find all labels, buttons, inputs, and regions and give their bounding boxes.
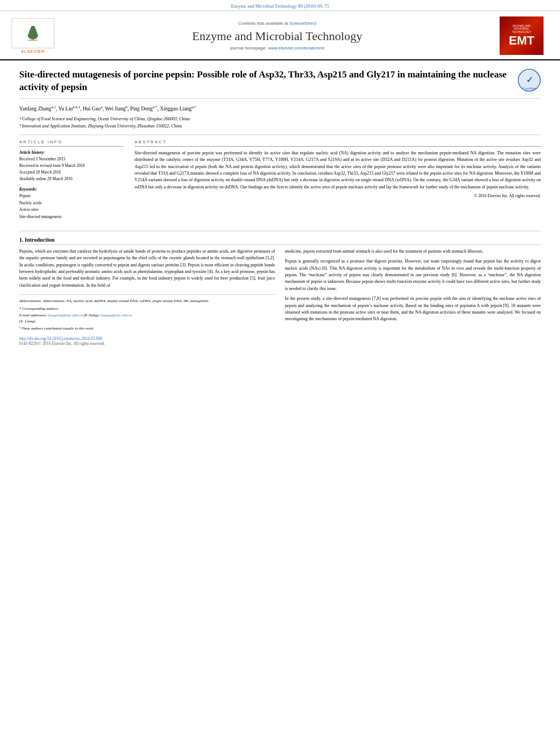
emt-logo-subtext: ENZYME ANDMICROBIALTECHNOLOGY	[512, 25, 531, 34]
svg-point-5	[31, 25, 35, 30]
article-history: Article history: Received 3 November 201…	[19, 150, 124, 182]
svg-rect-1	[29, 40, 38, 41]
article-content: Site-directed mutagenesis of porcine pep…	[0, 60, 560, 354]
emt-logo-text: EMT	[509, 35, 534, 47]
affiliations: ᵃ College of Food Science and Engineerin…	[19, 116, 541, 130]
elsevier-tree-icon	[23, 25, 43, 42]
abstract-panel: ABSTRACT Site-directed mutagenesis of po…	[135, 140, 541, 225]
crossmark-logo-icon: ✓ CrossMark	[518, 69, 541, 92]
abbreviations-note: Abbreviations: Abbreviations: NA, nuclei…	[19, 298, 275, 304]
journal-homepage: journal homepage: www.elsevier.com/locat…	[55, 46, 500, 51]
page-wrapper: Enzyme and Microbial Technology 89 (2016…	[0, 0, 560, 742]
elsevier-label-text: ELSEVIER	[21, 49, 45, 53]
abbreviations-label: Abbreviations:	[19, 299, 43, 303]
contents-line: Contents lists available at ScienceDirec…	[55, 21, 500, 26]
copyright-line: © 2016 Elsevier Inc. All rights reserved…	[135, 193, 541, 198]
sciencedirect-link[interactable]: ScienceDirect	[289, 21, 316, 26]
revised-text: Received in revised form 9 March 2016	[19, 163, 124, 169]
received-text: Received 3 November 2015	[19, 156, 124, 163]
history-label: Article history:	[19, 150, 124, 155]
journal-title: Enzyme and Microbial Technology	[55, 29, 500, 43]
doi-link[interactable]: http://dx.doi.org/10.1016/j.enzmictec.20…	[19, 336, 275, 341]
intro-para-medicine: medicine, pepsin extracted from animal s…	[285, 248, 541, 255]
journal-center: Contents lists available at ScienceDirec…	[55, 21, 500, 51]
homepage-link[interactable]: www.elsevier.com/locate/emt	[268, 46, 324, 51]
journal-citation-bar: Enzyme and Microbial Technology 89 (2016…	[0, 0, 560, 11]
contents-text: Contents lists available at	[238, 21, 288, 26]
body-section: 1. Introduction Pepsins, which are enzym…	[19, 237, 541, 346]
corresponding-note: * Corresponding authors.	[19, 306, 275, 312]
accepted-text: Accepted 28 March 2016	[19, 169, 124, 176]
authors-line: Yanfang Zhanga,1, Yu Liua,b,1, Hui Guoa,…	[19, 104, 541, 113]
email2-link[interactable]: liangxg@ouc.edu.cn	[100, 313, 132, 317]
email2-attribution: (X. Liang).	[19, 319, 275, 325]
equal-contrib-note: ¹ These authors contributed equally to t…	[19, 326, 275, 332]
intro-para-nuclease: Pepsin is generally recognized as a prot…	[285, 258, 541, 292]
email2-name: X. Liang	[20, 319, 33, 323]
intro-para-present-study: In the present study, a site-directed mu…	[285, 295, 541, 323]
intro-col-left: Pepsins, which are enzymes that catalyze…	[19, 248, 275, 346]
svg-text:✓: ✓	[526, 75, 533, 85]
article-info-title: ARTICLE INFO	[19, 140, 124, 147]
footnotes-area: Abbreviations: Abbreviations: NA, nuclei…	[19, 294, 275, 346]
keyword-site-directed: Site-directed mutagenesis	[19, 214, 124, 221]
issn-line: 0141-0229/© 2016 Elsevier Inc. All right…	[19, 341, 275, 346]
email-label: E-mail addresses:	[19, 313, 47, 317]
keywords-section: Keywords: Pepsin Nucleic acids Active si…	[19, 187, 124, 221]
article-title-section: Site-directed mutagenesis of porcine pep…	[19, 69, 541, 99]
emt-logo: ENZYME ANDMICROBIALTECHNOLOGY EMT	[500, 16, 544, 55]
article-title: Site-directed mutagenesis of porcine pep…	[19, 69, 509, 94]
email1-link[interactable]: dongping@ouc.edu.cn	[48, 313, 82, 317]
abstract-title: ABSTRACT	[135, 140, 541, 147]
keyword-pepsin: Pepsin	[19, 193, 124, 200]
elsevier-logo: ELSEVIER	[11, 18, 55, 53]
intro-heading: 1. Introduction	[19, 237, 541, 245]
keyword-nucleic: Nucleic acids	[19, 200, 124, 207]
email1-attribution: (P. Dong)	[83, 313, 98, 317]
affiliation-a: ᵃ College of Food Science and Engineerin…	[19, 116, 541, 123]
abbreviations-text: Abbreviations: NA, nucleic acid; dsDNA, …	[43, 299, 209, 303]
journal-citation-text: Enzyme and Microbial Technology 89 (2016…	[231, 3, 329, 9]
keywords-list: Pepsin Nucleic acids Active sites Site-d…	[19, 193, 124, 221]
divider-1	[19, 135, 541, 135]
article-info-panel: ARTICLE INFO Article history: Received 3…	[19, 140, 124, 225]
intro-col-right: medicine, pepsin extracted from animal s…	[285, 248, 541, 346]
info-abstract-section: ARTICLE INFO Article history: Received 3…	[19, 140, 541, 225]
keywords-label: Keywords:	[19, 187, 124, 192]
keyword-active: Active sites	[19, 207, 124, 214]
elsevier-logo-box	[12, 18, 54, 48]
email-note: E-mail addresses: dongping@ouc.edu.cn (P…	[19, 313, 275, 319]
introduction-body: Pepsins, which are enzymes that catalyze…	[19, 248, 541, 346]
divider-2	[19, 231, 541, 231]
svg-text:CrossMark: CrossMark	[523, 87, 536, 90]
available-text: Available online 29 March 2016	[19, 176, 124, 182]
abstract-text: Site-directed mutagenesis of porcine pep…	[135, 150, 541, 191]
affiliation-b: ᵇ Innovation and Application Institute, …	[19, 123, 541, 130]
homepage-label: journal homepage:	[230, 46, 266, 51]
intro-para-1: Pepsins, which are enzymes that catalyze…	[19, 248, 275, 289]
journal-header: ELSEVIER Contents lists available at Sci…	[0, 11, 560, 60]
